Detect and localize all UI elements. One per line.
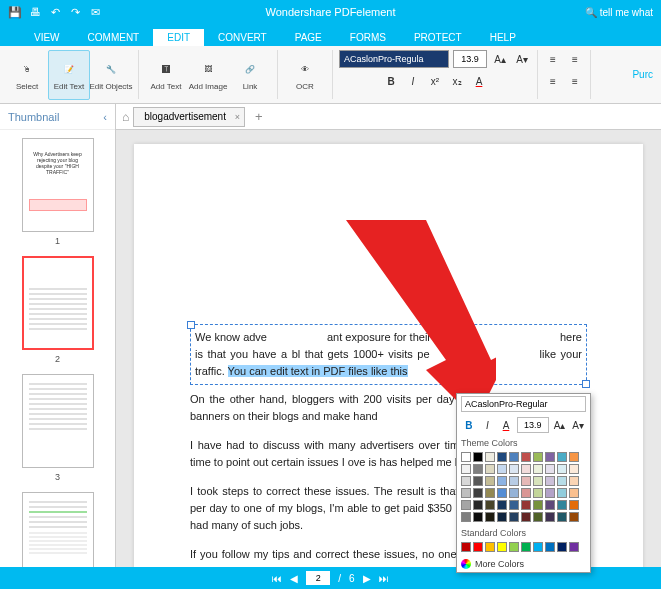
grow-font-icon[interactable]: A▴ xyxy=(491,50,509,68)
color-swatch[interactable] xyxy=(497,500,507,510)
color-swatch[interactable] xyxy=(545,476,555,486)
color-swatch[interactable] xyxy=(533,512,543,522)
color-swatch[interactable] xyxy=(557,512,567,522)
add-text-button[interactable]: 🆃Add Text xyxy=(145,50,187,100)
color-swatch[interactable] xyxy=(473,500,483,510)
popup-bold[interactable]: B xyxy=(461,416,477,434)
ocr-button[interactable]: 👁OCR xyxy=(284,50,326,100)
color-swatch[interactable] xyxy=(485,500,495,510)
close-tab-icon[interactable]: × xyxy=(235,112,240,122)
color-swatch[interactable] xyxy=(557,500,567,510)
thumb-page-1[interactable]: Why Advertisers keep rejecting your blog… xyxy=(22,138,94,232)
color-swatch[interactable] xyxy=(473,488,483,498)
email-icon[interactable]: ✉ xyxy=(88,5,102,19)
color-swatch[interactable] xyxy=(533,464,543,474)
edit-objects-button[interactable]: 🔧Edit Objects xyxy=(90,50,132,100)
font-name-select[interactable] xyxy=(339,50,449,68)
color-swatch[interactable] xyxy=(461,452,471,462)
color-swatch[interactable] xyxy=(521,452,531,462)
color-swatch[interactable] xyxy=(509,500,519,510)
color-swatch[interactable] xyxy=(485,488,495,498)
first-page-icon[interactable]: ⏮ xyxy=(272,573,282,584)
color-swatch[interactable] xyxy=(509,542,519,552)
color-swatch[interactable] xyxy=(521,488,531,498)
color-swatch[interactable] xyxy=(569,464,579,474)
color-swatch[interactable] xyxy=(509,488,519,498)
edit-text-button[interactable]: 📝Edit Text xyxy=(48,50,90,100)
color-swatch[interactable] xyxy=(557,476,567,486)
color-swatch[interactable] xyxy=(497,464,507,474)
tab-edit[interactable]: EDIT xyxy=(153,29,204,46)
popup-shrink-font[interactable]: A▾ xyxy=(570,416,586,434)
color-swatch[interactable] xyxy=(545,452,555,462)
more-colors-button[interactable]: More Colors xyxy=(457,556,590,572)
align-center-button[interactable]: ≡ xyxy=(566,50,584,68)
popup-font-size[interactable] xyxy=(517,417,549,433)
thumb-page-2[interactable] xyxy=(22,256,94,350)
add-tab-button[interactable]: + xyxy=(249,109,269,124)
font-size-select[interactable] xyxy=(453,50,487,68)
color-swatch[interactable] xyxy=(497,512,507,522)
color-swatch[interactable] xyxy=(473,476,483,486)
color-swatch[interactable] xyxy=(521,476,531,486)
color-swatch[interactable] xyxy=(497,476,507,486)
save-icon[interactable]: 💾 xyxy=(8,5,22,19)
popup-font-name[interactable] xyxy=(461,396,586,412)
color-swatch[interactable] xyxy=(545,464,555,474)
font-color-button[interactable]: A xyxy=(470,72,488,90)
color-swatch[interactable] xyxy=(497,542,507,552)
tab-page[interactable]: PAGE xyxy=(281,29,336,46)
undo-icon[interactable]: ↶ xyxy=(48,5,62,19)
tab-help[interactable]: HELP xyxy=(476,29,530,46)
color-swatch[interactable] xyxy=(533,452,543,462)
color-swatch[interactable] xyxy=(473,464,483,474)
add-image-button[interactable]: 🖼Add Image xyxy=(187,50,229,100)
italic-button[interactable]: I xyxy=(404,72,422,90)
color-swatch[interactable] xyxy=(473,512,483,522)
color-swatch[interactable] xyxy=(533,488,543,498)
color-swatch[interactable] xyxy=(461,500,471,510)
color-swatch[interactable] xyxy=(461,488,471,498)
color-swatch[interactable] xyxy=(497,488,507,498)
last-page-icon[interactable]: ⏭ xyxy=(379,573,389,584)
prev-page-icon[interactable]: ◀ xyxy=(290,573,298,584)
bold-button[interactable]: B xyxy=(382,72,400,90)
tab-convert[interactable]: CONVERT xyxy=(204,29,281,46)
color-swatch[interactable] xyxy=(461,542,471,552)
color-swatch[interactable] xyxy=(473,542,483,552)
color-swatch[interactable] xyxy=(569,488,579,498)
color-swatch[interactable] xyxy=(485,512,495,522)
popup-italic[interactable]: I xyxy=(480,416,496,434)
superscript-button[interactable]: x² xyxy=(426,72,444,90)
color-swatch[interactable] xyxy=(461,464,471,474)
color-swatch[interactable] xyxy=(485,542,495,552)
print-icon[interactable]: 🖶 xyxy=(28,5,42,19)
link-button[interactable]: 🔗Link xyxy=(229,50,271,100)
tab-view[interactable]: VIEW xyxy=(20,29,74,46)
color-swatch[interactable] xyxy=(533,500,543,510)
collapse-icon[interactable]: ‹ xyxy=(103,111,107,123)
subscript-button[interactable]: x₂ xyxy=(448,72,466,90)
color-swatch[interactable] xyxy=(485,452,495,462)
popup-font-color[interactable]: A xyxy=(498,416,514,434)
color-swatch[interactable] xyxy=(461,476,471,486)
page-number-input[interactable] xyxy=(306,571,330,585)
color-swatch[interactable] xyxy=(533,542,543,552)
purchase-link[interactable]: Purc xyxy=(624,69,661,80)
thumb-page-3[interactable] xyxy=(22,374,94,468)
align-left-button[interactable]: ≡ xyxy=(544,50,562,68)
popup-grow-font[interactable]: A▴ xyxy=(552,416,568,434)
tab-protect[interactable]: PROTECT xyxy=(400,29,476,46)
color-swatch[interactable] xyxy=(545,488,555,498)
color-swatch[interactable] xyxy=(569,512,579,522)
color-swatch[interactable] xyxy=(557,542,567,552)
next-page-icon[interactable]: ▶ xyxy=(363,573,371,584)
tab-comment[interactable]: COMMENT xyxy=(74,29,154,46)
color-swatch[interactable] xyxy=(557,464,567,474)
color-swatch[interactable] xyxy=(569,476,579,486)
redo-icon[interactable]: ↷ xyxy=(68,5,82,19)
color-swatch[interactable] xyxy=(461,512,471,522)
shrink-font-icon[interactable]: A▾ xyxy=(513,50,531,68)
color-swatch[interactable] xyxy=(485,464,495,474)
tab-forms[interactable]: FORMS xyxy=(336,29,400,46)
